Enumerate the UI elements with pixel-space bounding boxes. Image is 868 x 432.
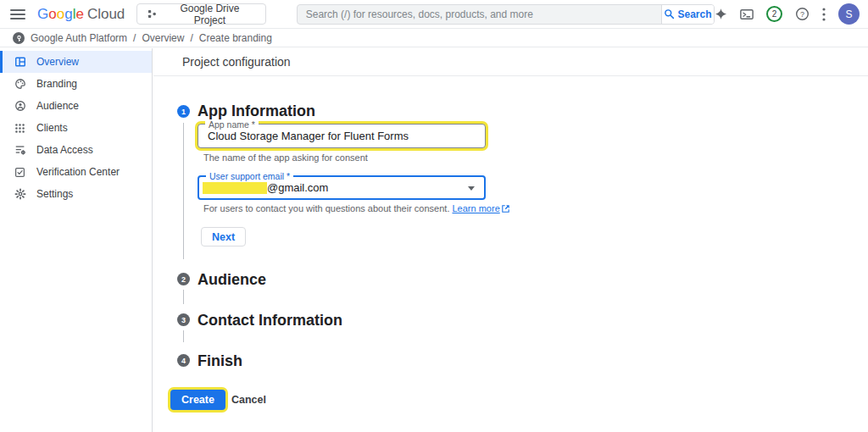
sidebar-item-branding[interactable]: Branding [0,73,152,95]
cancel-button[interactable]: Cancel [223,390,275,410]
breadcrumb-item-overview[interactable]: Overview [142,32,184,44]
user-support-email-label: User support email * [206,171,293,181]
topbar-actions: 2 ? S [715,3,860,25]
step-2-title: Audience [198,269,266,290]
settings-icon [14,188,26,200]
logo-letter: o [57,6,64,23]
clients-icon [14,122,26,134]
breadcrumb-item-auth-platform[interactable]: Google Auth Platform [31,32,127,44]
page-header: Project configuration [153,48,868,76]
sidebar-item-data-access[interactable]: Data Access [0,139,152,161]
sidebar-item-label: Settings [36,188,73,200]
email-helper-text: For users to contact you with questions … [203,203,449,213]
svg-text:?: ? [800,10,804,19]
logo-letter: g [64,6,72,23]
step-3-title: Contact Information [198,310,342,330]
sidebar: Overview Branding Audience [0,48,153,432]
project-name: Google Drive Project [164,3,256,26]
user-support-email-field[interactable]: User support email * @gmail.com [198,175,486,200]
branding-icon [14,78,26,90]
avatar[interactable]: S [838,3,860,25]
search-icon [664,8,675,19]
logo-cloud-text: Cloud [87,6,125,23]
search-input[interactable] [298,5,661,24]
project-icon [147,8,158,19]
step-4-indicator: 4 [177,354,190,367]
step-connector [183,330,184,342]
main-content: Project configuration 1 App Information … [153,48,868,432]
sidebar-item-label: Overview [36,56,79,68]
redacted-email-prefix [203,182,267,194]
verification-center-icon [14,166,26,178]
notification-count: 2 [772,9,777,19]
menu-icon[interactable] [10,9,25,19]
sidebar-item-audience[interactable]: Audience [0,95,152,117]
step-3-indicator: 3 [177,313,190,326]
sidebar-item-label: Clients [36,122,68,134]
step-connector [183,290,184,304]
project-selector[interactable]: Google Drive Project [136,3,265,25]
dropdown-caret-icon [468,186,475,191]
create-button[interactable]: Create [170,390,225,410]
breadcrumb-item-current: Create branding [199,32,272,44]
email-helper: For users to contact you with questions … [203,203,509,214]
app-name-field[interactable]: App name * Cloud Storage Manager for Flu… [198,124,486,148]
top-app-bar: Google Cloud Google Drive Project Search [0,0,868,29]
logo-letter: o [48,6,56,23]
next-button[interactable]: Next [201,227,246,246]
cloud-shell-icon[interactable] [740,8,754,20]
breadcrumb-separator: / [133,32,136,44]
external-link-icon [502,204,509,214]
overview-icon [14,56,26,68]
gemini-icon[interactable] [715,8,727,20]
auth-platform-icon [13,32,25,44]
sidebar-item-overview[interactable]: Overview [0,51,152,73]
sidebar-item-clients[interactable]: Clients [0,117,152,139]
help-icon[interactable]: ? [795,7,810,21]
step-connector [183,123,184,259]
sidebar-item-verification-center[interactable]: Verification Center [0,161,152,183]
sidebar-item-label: Branding [36,78,77,90]
more-options-icon[interactable] [822,8,826,21]
notifications-badge[interactable]: 2 [766,6,782,22]
step-1-title: App Information [198,101,315,121]
learn-more-link[interactable]: Learn more [453,203,500,213]
sidebar-item-label: Data Access [36,144,93,156]
sidebar-item-label: Verification Center [36,166,120,178]
logo-letter: e [75,6,83,23]
data-access-icon [14,144,26,156]
app-name-label: App name * [205,119,259,130]
logo-letter: G [37,6,48,23]
breadcrumb-separator: / [190,32,192,44]
search-button[interactable]: Search [661,5,714,24]
sidebar-item-settings[interactable]: Settings [0,183,152,205]
search-button-label: Search [677,8,711,20]
google-cloud-console: Google Cloud Google Drive Project Search [0,0,868,432]
step-4-title: Finish [198,351,242,371]
sidebar-item-label: Audience [36,100,79,112]
google-cloud-logo[interactable]: Google Cloud [37,6,125,23]
email-suffix: @gmail.com [267,181,328,194]
step-1-indicator: 1 [177,105,190,118]
audience-icon [14,100,26,112]
step-2-indicator: 2 [177,273,190,285]
breadcrumb: Google Auth Platform / Overview / Create… [0,30,868,47]
page-title: Project configuration [182,55,291,69]
search-bar: Search [297,4,715,25]
app-name-helper: The name of the app asking for consent [203,152,368,163]
